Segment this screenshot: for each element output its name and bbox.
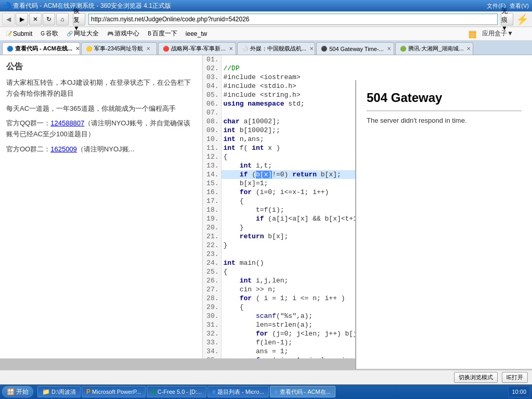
tab5-close[interactable]: ✕ (386, 46, 392, 52)
refresh-icon: ↻ (46, 16, 51, 23)
ie-open-button[interactable]: IE打开 (502, 372, 528, 383)
bookmark-google[interactable]: G 谷歌 (37, 28, 62, 40)
table-row: 01. (203, 55, 532, 64)
taskbar-item-ie-timu[interactable]: e 题目列表 - Micro... (207, 386, 269, 397)
refresh-button[interactable]: ↻ (43, 13, 55, 25)
cfree-icon: C (151, 388, 156, 395)
sidebar-title: 公告 (6, 61, 196, 72)
gateway-body: The server didn't respond in time. (367, 117, 522, 124)
title-bar-left: 🔵 查看代码 - ACM在线评测系统 - 360安全浏览器 4.1正式版 (3, 2, 171, 10)
bookmark-hao123[interactable]: 🔗 网址大全 (63, 28, 102, 40)
tab-tengxun[interactable]: 🟢 腾讯·大湘网_湖南城... ✕ (395, 42, 473, 55)
stop-button[interactable]: ✕ (29, 13, 42, 25)
tab6-close[interactable]: ✕ (465, 46, 472, 52)
back-button[interactable]: ◀ (2, 13, 15, 25)
gateway-overlay: 504 Gateway The server didn't respond in… (355, 80, 532, 369)
tab4-close[interactable]: ✕ (308, 46, 315, 52)
tab3-favicon: 🔴 (163, 46, 169, 52)
bookmark-submit[interactable]: 📝 Submit (2, 29, 36, 39)
apps-label: 应用盒子▼ (482, 29, 513, 38)
taskbar-item-powerpoint[interactable]: P Microsoft PowerP... (82, 386, 146, 397)
taskbar-item-ie-acm[interactable]: e 查看代码 - ACM在... (270, 386, 335, 397)
start-button[interactable]: 🪟 开始 (2, 386, 33, 397)
window-title: 查看代码 - ACM在线评测系统 - 360安全浏览器 4.1正式版 (13, 2, 171, 10)
no-trace-button[interactable]: 无痕▼ (501, 13, 513, 25)
powerpoint-icon: P (86, 388, 90, 395)
tab1-favicon: 🔵 (7, 46, 13, 52)
tab3-close[interactable]: ✕ (228, 46, 234, 52)
baidu-icon: B (148, 31, 151, 36)
sidebar: 公告 请大家相互转告，本OJ建设初期，在登录状态下，在公告栏下方会有给你推荐的题… (0, 55, 203, 358)
forward-button[interactable]: ▶ (16, 13, 28, 25)
bookmark-ieee[interactable]: ieee_tw (182, 29, 211, 39)
taskbar-tray: 10:00 (508, 386, 530, 397)
bookmark-baidu[interactable]: B 百度一下 (144, 28, 181, 40)
bookmarks-bar: 📝 Submit G 谷歌 🔗 网址大全 🎮 游戏中心 B 百度一下 ieee_… (0, 27, 532, 41)
address-input[interactable] (88, 14, 498, 25)
tab-504[interactable]: ⚫ 504 Gateway Time-... ✕ (316, 42, 394, 55)
gateway-title: 504 Gateway (367, 91, 522, 105)
forward-icon: ▶ (20, 16, 24, 23)
tab2-close[interactable]: ✕ (145, 46, 151, 52)
tab2-favicon: 🟡 (86, 46, 92, 52)
nav-bar: ◀ ▶ ✕ ↻ ⌂ 恢复▼ 无痕▼ ⚡ (0, 11, 532, 27)
no-trace-label: 无痕▼ (501, 7, 513, 32)
back-icon: ◀ (6, 16, 11, 23)
sidebar-para1: 请大家相互转告，本OJ建设初期，在登录状态下，在公告栏下方会有给你推荐的题目 (6, 78, 196, 99)
qq2-link[interactable]: 1625009 (50, 145, 77, 153)
tray-time: 10:00 (512, 389, 526, 395)
360-icon: ⚡ (514, 13, 530, 25)
tabs-bar: 🔵 查看代码 - ACM在线... ✕ 🟡 军事-2345网址导航 ✕ 🔴 战略… (0, 41, 532, 55)
tab5-favicon: ⚫ (321, 46, 327, 52)
switch-mode-button[interactable]: 切换浏览模式 (454, 372, 498, 383)
tab-code[interactable]: 🔵 查看代码 - ACM在线... ✕ (2, 42, 80, 55)
ie1-icon: e (212, 388, 216, 395)
google-icon: G (41, 31, 45, 36)
home-icon: ⌂ (60, 16, 64, 23)
recover-button[interactable]: 恢复▼ (73, 13, 85, 25)
games-icon: 🎮 (107, 31, 113, 36)
start-icon: 🪟 (7, 388, 15, 395)
ie2-icon: e (275, 388, 278, 395)
stop-icon: ✕ (33, 16, 38, 23)
tab4-favicon: ⚪ (242, 46, 248, 52)
taskbar-item-folder[interactable]: 📁 D:\周波清 (37, 386, 81, 397)
browser-icon: 🔵 (3, 2, 11, 9)
apps-icon: ▦ (464, 28, 481, 40)
tab6-favicon: 🟢 (400, 46, 406, 52)
bookmark-games[interactable]: 🎮 游戏中心 (103, 28, 143, 40)
sidebar-para2: 每天AC一道题，一年365道题，你就能成为一个编程高手 (6, 104, 196, 114)
qq1-link[interactable]: 124588807 (50, 119, 84, 127)
sidebar-para4: 官方OO群二：1625009（请注明NYOJ账... (6, 144, 196, 155)
taskbar: 🪟 开始 📁 D:\周波清 P Microsoft PowerP... C C-… (0, 384, 532, 399)
sidebar-para3: 官方QQ群一：124588807（请注明NYOJ账号，并自觉确保该账号已经AC至… (6, 118, 196, 140)
tab-waimedia[interactable]: ⚪ 外媒：中国舰载战机... ✕ (237, 42, 315, 55)
tab-junshi[interactable]: 🟡 军事-2345网址导航 ✕ (81, 42, 157, 55)
submit-icon: 📝 (6, 31, 12, 36)
tab1-close[interactable]: ✕ (74, 46, 80, 52)
table-row: 02.//DP (203, 64, 532, 73)
taskbar-item-cfree[interactable]: C C-Free 5.0 - [D:... (147, 386, 206, 397)
home-button[interactable]: ⌂ (56, 13, 69, 25)
address-bar-container (88, 14, 498, 25)
folder-icon: 📁 (42, 388, 50, 395)
hao123-icon: 🔗 (67, 31, 73, 36)
tab-zhanlue[interactable]: 🔴 战略网-军事-军事新... ✕ (158, 42, 236, 55)
status-bar: 切换浏览模式 IE打开 (0, 370, 532, 384)
